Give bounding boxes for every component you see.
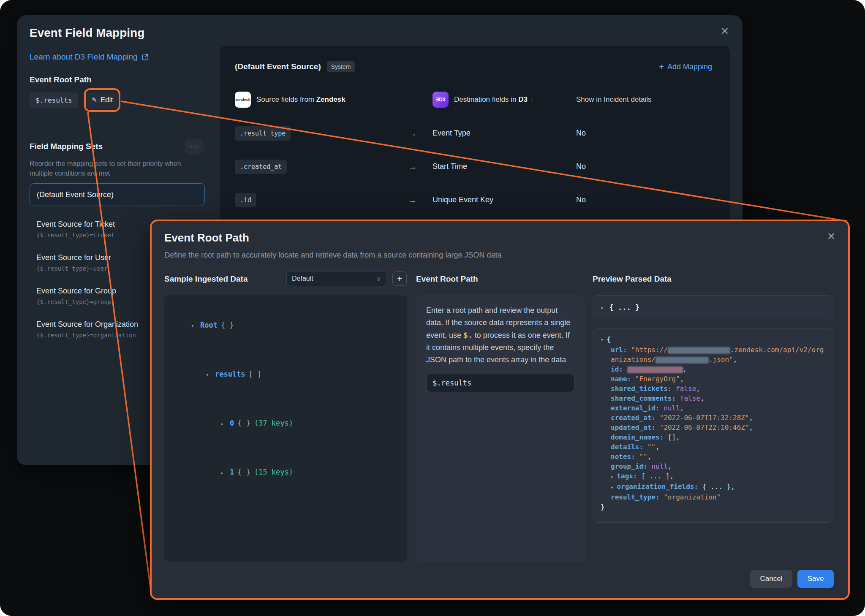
json-line: domain_names: [],	[601, 432, 825, 442]
close-icon[interactable]: ✕	[825, 230, 837, 243]
destination-field-value[interactable]: Unique Event Key	[432, 195, 576, 204]
add-mapping-label: Add Mapping	[667, 62, 712, 71]
root-path-input[interactable]	[426, 374, 575, 392]
more-options-button[interactable]: ···	[185, 139, 204, 154]
tree-node-bracket: { }	[237, 419, 250, 427]
redacted-value	[668, 347, 730, 354]
event-root-path-section-title: Event Root Path	[416, 274, 478, 284]
mapping-row: .result_type → Event Type No	[235, 117, 715, 150]
json-line: group_id: null,	[601, 461, 825, 471]
destination-name: D3	[518, 95, 528, 103]
show-in-incident-value[interactable]: No	[576, 129, 715, 138]
json-line: ▸ organization_fields: { ... },	[601, 482, 825, 492]
mapping-row: .created_at → Start Time No	[235, 150, 715, 183]
close-icon[interactable]: ✕	[719, 24, 731, 38]
json-line: updated_at: "2022-06-07T22:10:46Z",	[601, 423, 825, 432]
destination-field-value[interactable]: Start Time	[432, 162, 576, 171]
arrow-right-icon: →	[408, 128, 432, 138]
destination-field-value[interactable]: Event Type	[432, 129, 576, 138]
field-mapping-sets-title: Field Mapping Sets	[30, 142, 103, 151]
preview-parsed-data-title: Preview Parsed Data	[593, 274, 672, 284]
tree-caret-icon[interactable]: ▸	[220, 416, 230, 432]
mapping-set-item[interactable]: (Default Event Source)	[30, 183, 205, 206]
sample-json-tree: ▾Root{ } ▾results[ ] ▸0{ }(37 keys) ▸1{ …	[164, 295, 407, 562]
tree-node[interactable]: ▾results[ ]	[164, 350, 407, 399]
sort-ascending-icon: ↑	[530, 96, 533, 103]
preview-collapsed-row[interactable]: ▸ { ... }	[593, 295, 833, 319]
source-field-chip[interactable]: .id	[235, 193, 256, 207]
json-line: }	[601, 502, 825, 512]
json-line: shared_tickets: false,	[601, 384, 825, 393]
add-mapping-button[interactable]: + Add Mapping	[656, 62, 715, 72]
modal-actions: Cancel Save	[750, 570, 834, 588]
root-path-panel: Enter a root path and review the output …	[416, 295, 585, 562]
json-line: ▾ {	[601, 334, 825, 345]
show-in-incident-value[interactable]: No	[576, 162, 715, 171]
json-line: created_at: "2022-06-07T17:32:28Z",	[601, 413, 825, 423]
source-field-chip[interactable]: .created_at	[235, 160, 287, 174]
mapping-row: .id → Unique Event Key No	[235, 183, 715, 217]
tree-caret-icon[interactable]: ▾	[191, 318, 200, 334]
edit-button-label: Edit	[101, 96, 113, 104]
tree-node-name: 1	[230, 468, 234, 476]
field-mapping-sets-header: Field Mapping Sets ···	[30, 139, 204, 154]
redacted-value	[656, 357, 709, 364]
arrow-right-icon: →	[408, 195, 432, 205]
mapping-set-label: (Default Event Source)	[37, 189, 114, 200]
add-sample-button[interactable]: +	[392, 271, 407, 286]
tree-node-meta: (37 keys)	[254, 419, 293, 427]
tree-node-bracket: [ ]	[249, 370, 262, 378]
tree-node-name: results	[215, 370, 245, 378]
root-path-value-chip: $.results	[30, 92, 78, 108]
json-line: name: "EnergyOrg",	[601, 374, 825, 384]
root-path-modal-subtitle: Define the root path to accurately locat…	[164, 251, 501, 260]
learn-link-label: Learn about D3 Field Mapping	[30, 52, 138, 62]
pencil-icon: ✎	[92, 96, 97, 104]
tree-node-meta: (15 keys)	[254, 468, 293, 476]
tree-node[interactable]: ▸0{ }(37 keys)	[164, 399, 407, 448]
edit-highlight-callout: ✎ Edit	[84, 88, 120, 112]
event-root-path-label: Event Root Path	[30, 75, 92, 84]
tree-caret-icon[interactable]: ▸	[220, 465, 230, 481]
edit-button[interactable]: ✎ Edit	[87, 92, 118, 108]
tree-node-bracket: { }	[237, 468, 250, 476]
external-link-icon	[141, 54, 149, 61]
arrow-right-icon: →	[408, 162, 432, 172]
page-title: Event Field Mapping	[30, 26, 144, 40]
mapping-column-headers: zendesk Source fields from Zendesk ƎD3 D…	[235, 90, 715, 109]
learn-d3-field-mapping-link[interactable]: Learn about D3 Field Mapping	[30, 52, 149, 62]
tree-node[interactable]: ▸1{ }(15 keys)	[164, 448, 407, 497]
json-line: ▸ tags: [ ... ],	[601, 471, 825, 482]
show-column-header: Show in Incident details	[576, 95, 715, 104]
plus-icon: +	[659, 62, 664, 72]
cancel-button[interactable]: Cancel	[750, 570, 792, 588]
tree-node-name: 0	[230, 419, 234, 427]
tree-node-bracket: { }	[221, 321, 234, 329]
root-path-instructions: Enter a root path and review the output …	[426, 304, 575, 366]
mapping-rows: .result_type → Event Type No .created_at…	[235, 117, 715, 217]
source-field-chip[interactable]: .result_type	[235, 126, 291, 141]
sample-dropdown[interactable]: Default ∨	[286, 271, 386, 286]
save-button[interactable]: Save	[797, 570, 834, 588]
json-line: result_type: "organization"	[601, 492, 825, 502]
root-path-modal-title: Event Root Path	[164, 231, 249, 244]
sample-dropdown-value: Default	[292, 275, 313, 282]
tree-node[interactable]: ▾Root{ }	[164, 301, 407, 350]
chevron-down-icon: ∨	[376, 276, 381, 282]
destination-column-header[interactable]: ƎD3 Destination fields in D3 ↑	[432, 92, 576, 108]
caret-right-icon: ▸	[601, 304, 604, 311]
redacted-value	[627, 366, 683, 373]
source-name: Zendesk	[316, 95, 345, 103]
sample-ingested-data-title: Sample Ingested Data	[164, 274, 248, 284]
d3-logo-icon: ƎD3	[432, 92, 449, 108]
json-line: external_id: null,	[601, 403, 825, 413]
source-column-header: zendesk Source fields from Zendesk	[235, 92, 408, 108]
field-mapping-sets-description: Reorder the mapping sets to set their pr…	[30, 159, 181, 178]
tree-caret-icon[interactable]: ▾	[206, 367, 215, 383]
system-badge: System	[327, 61, 355, 72]
mapping-panel-title: (Default Event Source)	[235, 62, 321, 71]
show-in-incident-value[interactable]: No	[576, 195, 715, 204]
mapping-panel-header: (Default Event Source) System + Add Mapp…	[235, 58, 715, 75]
collapsed-object-label: { ... }	[609, 303, 639, 312]
json-line: details: "",	[601, 442, 825, 452]
